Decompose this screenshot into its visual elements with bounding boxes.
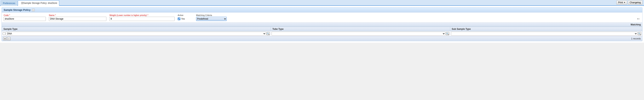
changelog-label: Changelog — [630, 1, 641, 4]
code-field-group: Code * — [4, 14, 46, 21]
matching-criteria-field-group: Matching Criteria Predefined — [196, 14, 640, 21]
tab-close-icon[interactable]: ✕ — [21, 2, 24, 4]
bottom-toolbar: + - 1 records — [2, 36, 642, 41]
tab-bar-actions: Print ▼ Changelog — [616, 1, 642, 5]
code-input[interactable] — [4, 17, 46, 21]
print-label: Print — [618, 1, 623, 4]
section-title: Sample Storage Policy — [4, 9, 30, 11]
cell-sub-sample-type: 🔍 — [450, 31, 642, 36]
form-row: Code * Name * Weight (Lower number is hi… — [2, 13, 642, 23]
print-arrow-icon: ▼ — [624, 2, 626, 4]
matching-criteria-select-wrapper: Predefined — [196, 17, 640, 21]
active-field-group: Active Yes — [178, 14, 193, 21]
name-input[interactable] — [49, 17, 106, 21]
print-button[interactable]: Print ▼ — [616, 1, 627, 5]
table-row: DNA 🔍 🔍 — [2, 31, 642, 36]
table-header-row: Sample Type Tube Type Sub Sample Type — [2, 27, 642, 31]
tab-bar: Preferences ✕ Sample Storage Policy: dna… — [0, 0, 644, 6]
col-header-sample-type: Sample Type — [2, 27, 271, 31]
records-count: 1 records — [631, 37, 641, 40]
weight-label: Weight (Lower number is higher priority)… — [110, 14, 174, 16]
cell-tube-type: 🔍 — [271, 31, 450, 36]
sub-sample-type-cell-controls: 🔍 — [451, 32, 641, 36]
name-label: Name * — [49, 14, 106, 16]
active-row: Yes — [178, 17, 193, 21]
section-collapse-button[interactable]: - — [32, 9, 35, 11]
matching-column-header: Matching — [630, 23, 641, 26]
tube-type-select[interactable] — [272, 32, 445, 36]
add-remove-buttons: + - — [3, 37, 10, 40]
tab-preferences-label: Preferences — [3, 2, 15, 5]
remove-row-button[interactable]: - — [7, 37, 10, 40]
matching-header-row: Matching — [2, 23, 642, 27]
sample-type-select[interactable]: DNA — [6, 32, 266, 36]
tube-type-search-icon[interactable]: 🔍 — [446, 32, 449, 35]
active-checkbox[interactable] — [178, 18, 180, 20]
weight-input[interactable] — [110, 17, 174, 21]
section-header: Sample Storage Policy - — [2, 8, 642, 13]
tab-preferences[interactable]: Preferences — [1, 1, 18, 6]
tab-sample-storage-policy[interactable]: ✕ Sample Storage Policy: dnaStore — [18, 1, 60, 6]
add-row-button[interactable]: + — [3, 37, 7, 40]
active-yes-label: Yes — [181, 18, 185, 20]
matching-criteria-select[interactable]: Predefined — [196, 17, 227, 21]
changelog-button[interactable]: Changelog — [628, 1, 642, 5]
name-field-group: Name * — [49, 14, 106, 21]
row-checkbox[interactable] — [3, 32, 5, 35]
code-label: Code * — [4, 14, 46, 16]
main-content: Sample Storage Policy - Code * Name * We… — [0, 6, 644, 43]
col-header-sub-sample-type: Sub Sample Type — [450, 27, 642, 31]
cell-sample-type: DNA 🔍 — [2, 31, 271, 36]
col-header-tube-type: Tube Type — [271, 27, 450, 31]
sample-type-cell-controls: DNA 🔍 — [3, 32, 270, 36]
tube-type-cell-controls: 🔍 — [272, 32, 449, 36]
matching-criteria-label: Matching Criteria — [196, 14, 640, 16]
section-panel: Sample Storage Policy - Code * Name * We… — [2, 7, 642, 41]
sample-type-search-icon[interactable]: 🔍 — [266, 32, 270, 35]
data-table: Sample Type Tube Type Sub Sample Type — [2, 27, 642, 36]
sub-sample-type-select[interactable] — [451, 32, 638, 36]
active-label: Active — [178, 14, 193, 16]
weight-field-group: Weight (Lower number is higher priority)… — [110, 14, 174, 21]
sub-sample-type-search-icon[interactable]: 🔍 — [638, 32, 641, 35]
tab-sample-storage-policy-label: Sample Storage Policy: dnaStore — [24, 2, 57, 5]
